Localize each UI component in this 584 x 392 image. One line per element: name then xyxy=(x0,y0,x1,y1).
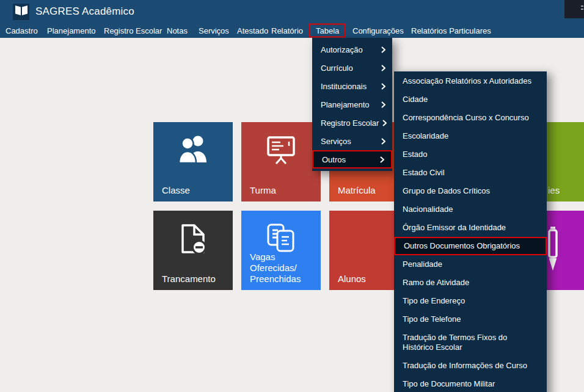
chevron-right-icon xyxy=(381,83,385,90)
submenu-item-estado[interactable]: Estado xyxy=(394,145,547,164)
tabela-dropdown-menu: Autorização Currículo Institucionais Pla… xyxy=(312,38,392,171)
submenu-item-penalidade[interactable]: Penalidade xyxy=(394,255,547,274)
submenu-item-outros-documentos-obrigatorios[interactable]: Outros Documentos Obrigatórios xyxy=(394,237,547,255)
menu-item-configuracoes[interactable]: Configurações xyxy=(352,26,404,35)
tile-label: Trancamento xyxy=(162,274,216,285)
menu-item-planejamento[interactable]: Planejamento xyxy=(47,26,96,35)
submenu-item-tipo-de-documento-militar[interactable]: Tipo de Documento Militar xyxy=(394,375,547,392)
submenu-item-tipo-de-telefone[interactable]: Tipo de Telefone xyxy=(394,310,547,328)
submenu-item-correspondencia-curso-x-concurso[interactable]: Correspondência Curso x Concurso xyxy=(394,109,547,127)
tile-label: Classe xyxy=(162,185,190,196)
tabela-menu-item-planejamento[interactable]: Planejamento xyxy=(312,95,392,114)
submenu-item-traducao-de-termos-fixos-do-historico-escolar[interactable]: Tradução de Termos Fixos do Histórico Es… xyxy=(394,328,547,357)
tabela-menu-item-registro-escolar[interactable]: Registro Escolar xyxy=(312,114,392,132)
tile-turma[interactable]: Turma xyxy=(241,122,321,201)
menu-item-cadastro[interactable]: Cadastro xyxy=(5,26,38,35)
tile-label: Turma xyxy=(250,185,276,196)
app-logo xyxy=(13,4,29,20)
menu-item-tabela[interactable]: Tabela xyxy=(309,24,346,38)
menubar: Cadastro Planejamento Registro Escolar N… xyxy=(0,23,584,38)
submenu-item-ramo-de-atividade[interactable]: Ramo de Atividade xyxy=(394,274,547,292)
copy-documents-icon xyxy=(266,223,296,255)
menu-item-notas[interactable]: Notas xyxy=(167,26,188,35)
people-icon xyxy=(178,134,208,166)
submenu-item-orgao-emissor-da-identidade[interactable]: Órgão Emissor da Identidade xyxy=(394,219,547,237)
tile-vagas-oferecidas-preenchidas[interactable]: Vagas Oferecidas/ Preenchidas xyxy=(241,211,321,290)
submenu-item-tipo-de-endereco[interactable]: Tipo de Endereço xyxy=(394,292,547,310)
chevron-right-icon xyxy=(381,138,385,145)
submenu-item-nacionalidade[interactable]: Nacionalidade xyxy=(394,200,547,219)
submenu-item-escolaridade[interactable]: Escolaridade xyxy=(394,127,547,145)
chevron-right-icon xyxy=(381,101,385,108)
partial-glyph-icon xyxy=(581,5,583,12)
chevron-right-icon xyxy=(382,120,387,126)
submenu-item-associacao-relatorios-x-autoridades[interactable]: Associação Relatórios x Autoridades xyxy=(394,72,547,90)
pen-icon xyxy=(547,224,559,274)
submenu-item-cidade[interactable]: Cidade xyxy=(394,90,547,109)
app-window: SAGRES Acadêmico Cadastro Planejamento R… xyxy=(0,0,584,392)
menu-item-relatorios-particulares[interactable]: Relatórios Particulares xyxy=(411,26,491,35)
open-book-icon xyxy=(15,5,28,18)
tabela-menu-item-outros[interactable]: Outros xyxy=(312,150,392,169)
menu-item-registro-escolar[interactable]: Registro Escolar xyxy=(104,26,162,35)
submenu-item-estado-civil[interactable]: Estado Civil xyxy=(394,164,547,182)
document-minus-icon xyxy=(178,223,208,257)
tabela-menu-item-curriculo[interactable]: Currículo xyxy=(312,59,392,77)
outros-submenu: Associação Relatórios x Autoridades Cida… xyxy=(394,71,547,392)
tile-label: Matrícula xyxy=(338,185,376,196)
chevron-right-icon xyxy=(380,156,384,163)
menu-item-atestado[interactable]: Atestado xyxy=(237,26,268,35)
tile-label-fragment: ies xyxy=(548,185,560,196)
chevron-right-icon xyxy=(381,46,385,53)
tabela-menu-item-servicos[interactable]: Serviços xyxy=(312,132,392,150)
menu-item-servicos[interactable]: Serviços xyxy=(199,26,229,35)
chevron-right-icon xyxy=(381,65,385,71)
titlebar: SAGRES Acadêmico xyxy=(0,0,584,23)
menu-item-relatorio[interactable]: Relatório xyxy=(271,26,303,35)
tabela-menu-item-autorizacao[interactable]: Autorização xyxy=(312,40,392,59)
corner-widget[interactable] xyxy=(564,0,584,18)
presentation-board-icon xyxy=(265,134,297,167)
tile-label: Alunos xyxy=(338,274,366,285)
tabela-menu-item-institucionais[interactable]: Institucionais xyxy=(312,77,392,95)
app-title: SAGRES Acadêmico xyxy=(35,5,134,18)
submenu-item-traducao-de-informacoes-de-curso[interactable]: Tradução de Informações de Curso xyxy=(394,357,547,375)
tile-label: Vagas Oferecidas/ Preenchidas xyxy=(250,252,318,285)
tile-trancamento[interactable]: Trancamento xyxy=(153,211,233,290)
submenu-item-grupo-de-dados-criticos[interactable]: Grupo de Dados Críticos xyxy=(394,182,547,200)
tile-classe[interactable]: Classe xyxy=(153,122,233,201)
